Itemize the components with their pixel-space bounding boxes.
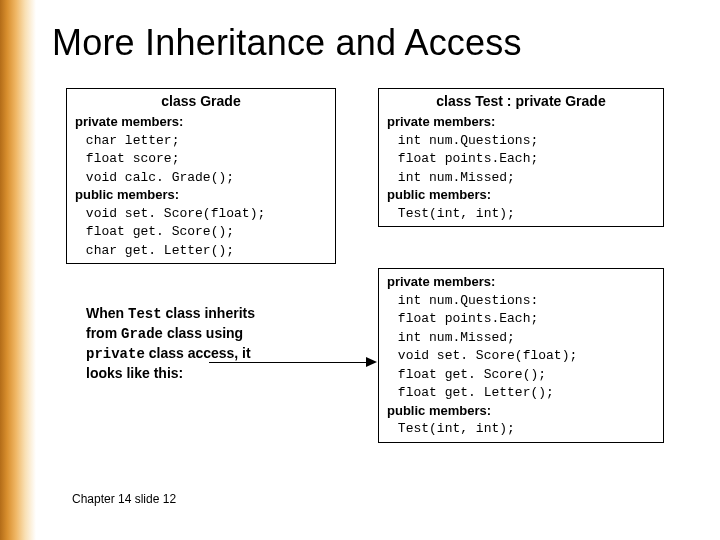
member-line: char letter; [86,133,180,148]
test-class-box: class Test : private Grade private membe… [378,88,664,227]
member-line: int num.Questions; [398,133,538,148]
member-line: int num.Missed; [398,330,515,345]
caption-line: class access, it [145,345,251,361]
caption-code: private [86,346,145,362]
slide-title: More Inheritance and Access [52,22,522,64]
member-line: float get. Score(); [86,224,234,239]
member-line: float score; [86,151,180,166]
member-line: void set. Score(float); [398,348,577,363]
member-line: Test(int, int); [398,206,515,221]
private-label: private members: [75,114,183,129]
member-line: float points.Each; [398,311,538,326]
member-line: float get. Score(); [398,367,546,382]
grade-class-members: private members: char letter; float scor… [75,113,327,259]
public-label: public members: [387,403,491,418]
public-label: public members: [75,187,179,202]
test-class-members: private members: int num.Questions; floa… [387,113,655,222]
arrow-line [209,362,368,363]
slide-footer: Chapter 14 slide 12 [72,492,176,506]
caption-line: When [86,305,128,321]
member-line: int num.Questions: [398,293,538,308]
member-line: float get. Letter(); [398,385,554,400]
caption-text: When Test class inherits from Grade clas… [86,304,316,383]
result-class-members: private members: int num.Questions: floa… [387,273,655,438]
private-label: private members: [387,274,495,289]
decorative-sidebar [0,0,36,540]
caption-line: looks like this: [86,365,183,381]
public-label: public members: [387,187,491,202]
grade-class-header: class Grade [75,93,327,109]
member-line: int num.Missed; [398,170,515,185]
member-line: Test(int, int); [398,421,515,436]
caption-line: from [86,325,121,341]
grade-class-box: class Grade private members: char letter… [66,88,336,264]
caption-line: class inherits [162,305,255,321]
member-line: void calc. Grade(); [86,170,234,185]
test-class-header: class Test : private Grade [387,93,655,109]
caption-code: Grade [121,326,163,342]
result-class-box: private members: int num.Questions: floa… [378,268,664,443]
private-label: private members: [387,114,495,129]
caption-code: Test [128,306,162,322]
caption-line: class using [163,325,243,341]
member-line: float points.Each; [398,151,538,166]
member-line: void set. Score(float); [86,206,265,221]
member-line: char get. Letter(); [86,243,234,258]
arrow-head-icon [366,357,377,367]
